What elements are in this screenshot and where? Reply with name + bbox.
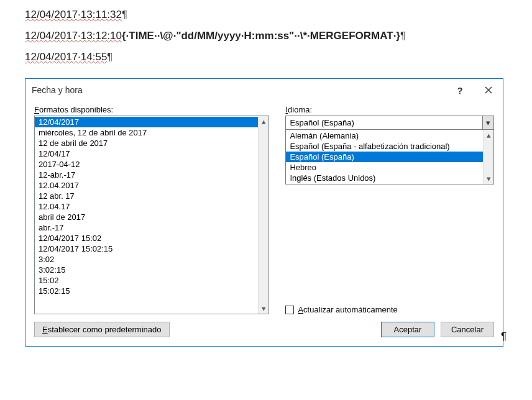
formats-list-item[interactable]: 15:02:15 bbox=[35, 286, 258, 296]
scroll-down-icon[interactable]: ▾ bbox=[259, 303, 268, 314]
formats-list-item[interactable]: 12/04/17 bbox=[35, 148, 258, 159]
scroll-track[interactable] bbox=[259, 127, 268, 303]
language-selected-value: Español (España) bbox=[286, 118, 482, 127]
language-list-item[interactable]: Alemán (Alemania) bbox=[286, 130, 483, 141]
auto-update-label: Actualizar automáticamente bbox=[298, 305, 397, 314]
formats-list-item[interactable]: abr.-17 bbox=[35, 222, 258, 233]
pilcrow-icon: ¶ bbox=[400, 30, 406, 42]
scroll-down-icon[interactable]: ▾ bbox=[484, 173, 493, 184]
doc-line-3: 12/04/2017·14:55¶ bbox=[25, 51, 532, 63]
formats-list-item[interactable]: 2017-04-12 bbox=[35, 159, 258, 170]
language-list-item[interactable]: Hebreo bbox=[286, 162, 483, 173]
formats-list-inner: 12/04/2017miércoles, 12 de abril de 2017… bbox=[35, 116, 258, 314]
pilcrow-icon: ¶ bbox=[501, 330, 513, 343]
formats-scrollbar[interactable]: ▴ ▾ bbox=[258, 116, 268, 314]
cancel-button[interactable]: Cancelar bbox=[441, 322, 494, 337]
doc-line-2-date: 12/04/2017·13:12:10 bbox=[25, 30, 122, 42]
formats-list-item[interactable]: miércoles, 12 de abril de 2017 bbox=[35, 127, 258, 138]
dialog-footer: Establecer como predeterminado Aceptar C… bbox=[34, 322, 494, 337]
language-dropdown-list[interactable]: Alemán (Alemania)Español (España - alfab… bbox=[285, 130, 494, 184]
help-button[interactable]: ? bbox=[446, 81, 474, 99]
language-list-inner: Alemán (Alemania)Español (España - alfab… bbox=[286, 130, 483, 184]
doc-line-1: 12/04/2017·13:11:32¶ bbox=[25, 9, 532, 21]
formats-list-item[interactable]: 12-abr.-17 bbox=[35, 170, 258, 180]
doc-line-2: 12/04/2017·13:12:10{·TIME··\@·"dd/MM/yyy… bbox=[25, 30, 532, 42]
date-time-dialog: Fecha y hora ? Formatos disponibles: 12/… bbox=[25, 78, 503, 347]
formats-list-item[interactable]: 15:02 bbox=[35, 275, 258, 286]
language-list-item[interactable]: Inglés (Estados Unidos) bbox=[286, 173, 483, 183]
document-body: 12/04/2017·13:11:32¶ 12/04/2017·13:12:10… bbox=[0, 0, 532, 78]
language-scrollbar[interactable]: ▴ ▾ bbox=[483, 130, 493, 184]
formats-label: Formatos disponibles: bbox=[34, 105, 269, 114]
scroll-track[interactable] bbox=[484, 140, 493, 173]
doc-line-1-text: 12/04/2017·13:11:32 bbox=[25, 9, 122, 20]
ok-button[interactable]: Aceptar bbox=[381, 322, 434, 337]
formats-list-item[interactable]: 3:02 bbox=[35, 254, 258, 265]
formats-list-item[interactable]: 12/04/2017 bbox=[35, 117, 258, 127]
formats-list-item[interactable]: 12/04/2017 15:02 bbox=[35, 233, 258, 243]
language-combo[interactable]: Español (España) ▾ bbox=[285, 116, 494, 130]
formats-list-item[interactable]: 12 de abril de 2017 bbox=[35, 138, 258, 148]
close-button[interactable] bbox=[474, 81, 503, 99]
dialog-body: Formatos disponibles: 12/04/2017miércole… bbox=[25, 101, 503, 346]
formats-list-item[interactable]: 12.04.17 bbox=[35, 201, 258, 212]
formats-list-item[interactable]: 12 abr. 17 bbox=[35, 191, 258, 201]
formats-listbox[interactable]: 12/04/2017miércoles, 12 de abril de 2017… bbox=[34, 116, 269, 314]
doc-line-3-text: 12/04/2017·14:55 bbox=[25, 51, 107, 63]
auto-update-checkbox-row[interactable]: Actualizar automáticamente bbox=[285, 193, 494, 314]
pilcrow-icon: ¶ bbox=[107, 51, 112, 63]
close-icon bbox=[485, 86, 492, 94]
scroll-up-icon[interactable]: ▴ bbox=[259, 116, 268, 127]
formats-list-item[interactable]: 3:02:15 bbox=[35, 265, 258, 275]
language-list-item[interactable]: Español (España) bbox=[286, 152, 483, 162]
pilcrow-icon: ¶ bbox=[122, 9, 127, 20]
language-label: Idioma: bbox=[285, 105, 494, 114]
dialog-titlebar: Fecha y hora ? bbox=[25, 79, 503, 101]
formats-list-item[interactable]: 12.04.2017 bbox=[35, 180, 258, 191]
dialog-title: Fecha y hora bbox=[32, 85, 446, 95]
set-default-button[interactable]: Establecer como predeterminado bbox=[34, 322, 170, 337]
scroll-up-icon[interactable]: ▴ bbox=[484, 130, 493, 140]
formats-list-item[interactable]: 12/04/2017 15:02:15 bbox=[35, 243, 258, 254]
chevron-down-icon: ▾ bbox=[486, 118, 490, 127]
field-code-text: {·TIME··\@·"dd/MM/yyyy·H:mm:ss"··\*·MERG… bbox=[122, 30, 400, 42]
combo-dropdown-button[interactable]: ▾ bbox=[482, 116, 493, 129]
formats-list-item[interactable]: abril de 2017 bbox=[35, 212, 258, 222]
language-list-item[interactable]: Español (España - alfabetización tradici… bbox=[286, 141, 483, 152]
auto-update-checkbox[interactable] bbox=[285, 306, 294, 314]
